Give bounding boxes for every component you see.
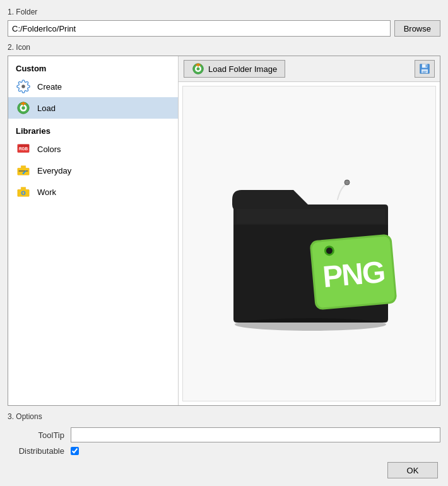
work-label: Work — [37, 187, 56, 197]
svg-point-3 — [21, 106, 25, 110]
create-label: Create — [37, 82, 62, 92]
svg-point-0 — [21, 85, 25, 88]
tooltip-row: ToolTip — [8, 427, 440, 442]
gear-icon — [16, 79, 31, 94]
svg-point-18 — [345, 180, 350, 185]
libraries-category-label: Libraries — [8, 124, 178, 138]
colors-icon: RGB — [16, 141, 31, 157]
distributable-row: Distributable — [8, 446, 440, 456]
everyday-label: Everyday — [37, 166, 71, 175]
custom-category-label: Custom — [8, 61, 178, 76]
folder-preview-area: PNG — [182, 86, 436, 401]
sidebar-item-colors[interactable]: RGB Colors — [8, 138, 178, 160]
distributable-checkbox[interactable] — [71, 447, 79, 455]
browse-button[interactable]: Browse — [394, 20, 440, 37]
load-icon — [16, 100, 31, 116]
tooltip-input[interactable] — [71, 427, 440, 442]
load-folder-icon — [192, 62, 204, 75]
svg-point-12 — [197, 68, 200, 71]
save-icon — [418, 62, 431, 75]
svg-text:RGB: RGB — [19, 146, 28, 151]
options-grid: ToolTip Distributable — [8, 425, 440, 456]
right-panel: Load Folder Image — [179, 56, 440, 405]
folder-row: Browse — [8, 20, 440, 37]
tooltip-label: ToolTip — [8, 430, 64, 440]
work-icon — [16, 184, 31, 199]
sidebar-item-work[interactable]: Work — [8, 181, 178, 203]
options-section-label: 3. Options — [8, 412, 440, 421]
ok-button[interactable]: OK — [387, 462, 438, 478]
options-section: 3. Options ToolTip Distributable — [8, 412, 440, 456]
load-folder-image-button[interactable]: Load Folder Image — [184, 60, 285, 78]
sidebar-item-load[interactable]: Load — [8, 97, 178, 119]
svg-point-7 — [23, 172, 25, 174]
icon-section-label: 2. Icon — [8, 43, 440, 52]
load-folder-image-label: Load Folder Image — [208, 64, 277, 74]
icon-section: 2. Icon Custom Create — [8, 43, 440, 406]
icon-content-area: Custom Create — [8, 56, 440, 406]
save-button[interactable] — [415, 60, 435, 78]
folder-section: 1. Folder Browse — [8, 8, 440, 37]
svg-rect-16 — [426, 64, 427, 67]
colors-label: Colors — [37, 145, 61, 154]
distributable-label: Distributable — [8, 446, 64, 456]
right-toolbar: Load Folder Image — [179, 56, 440, 82]
sidebar-item-create[interactable]: Create — [8, 76, 178, 97]
folder-section-label: 1. Folder — [8, 8, 440, 16]
folder-preview-svg: PNG — [215, 155, 404, 332]
svg-point-17 — [235, 318, 386, 331]
left-panel: Custom Create — [8, 56, 179, 405]
folder-path-input[interactable] — [8, 20, 391, 37]
svg-text:PNG: PNG — [321, 255, 386, 293]
load-label: Load — [37, 104, 56, 113]
everyday-icon — [16, 163, 31, 178]
sidebar-item-everyday[interactable]: Everyday — [8, 160, 178, 181]
footer-row: OK — [8, 462, 440, 478]
svg-rect-8 — [18, 189, 29, 196]
